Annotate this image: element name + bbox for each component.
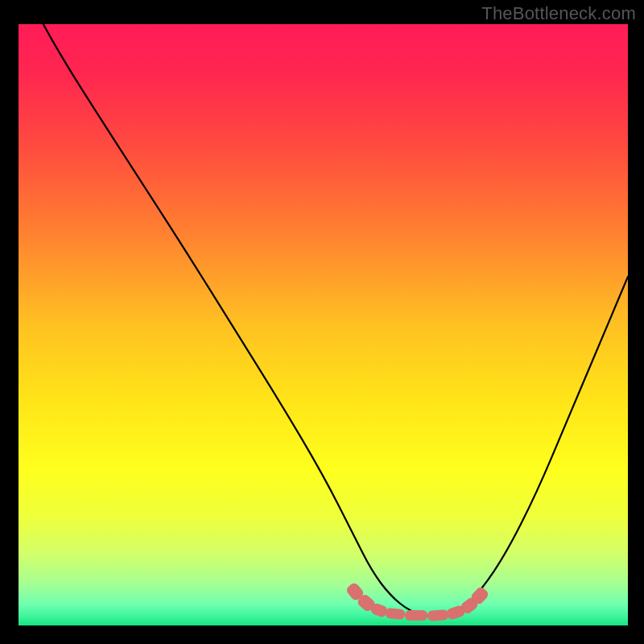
plot-area [19, 24, 628, 625]
attribution-text: TheBottleneck.com [481, 3, 636, 24]
bottleneck-marker-segment [385, 608, 405, 620]
bottleneck-curve [19, 24, 628, 625]
chart-frame: TheBottleneck.com [0, 0, 644, 644]
bottleneck-marker-segment [405, 610, 427, 621]
bottleneck-marker-segment [427, 609, 449, 621]
